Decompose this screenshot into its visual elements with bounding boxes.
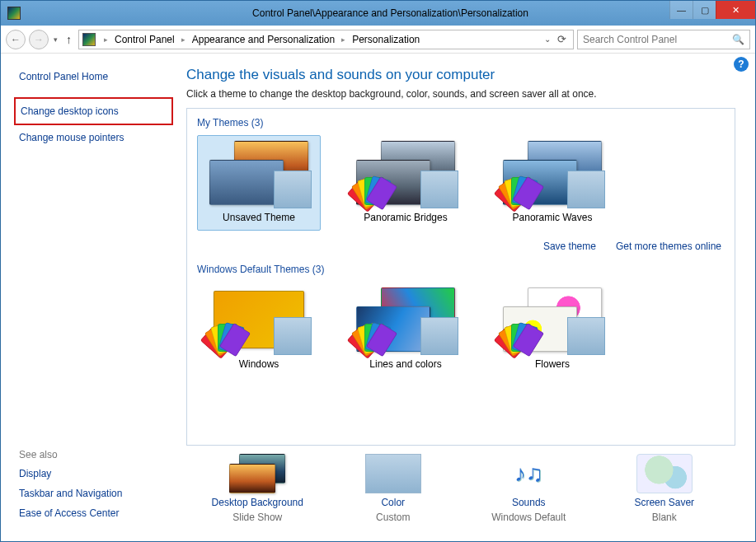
sidebar-change-mouse-pointers[interactable]: Change mouse pointers xyxy=(19,128,168,147)
get-more-themes-link[interactable]: Get more themes online xyxy=(616,241,721,252)
save-theme-link[interactable]: Save theme xyxy=(543,241,596,252)
control-panel-icon xyxy=(82,33,96,46)
crumb-control-panel[interactable]: Control Panel xyxy=(113,34,176,45)
themes-scroll[interactable]: My Themes (3) Unsaved Theme xyxy=(187,109,735,445)
crumb-sep-icon[interactable]: ▸ xyxy=(338,35,349,44)
toolbar: ← → ▾ ↑ ▸ Control Panel ▸ Appearance and… xyxy=(1,26,755,54)
see-also-header: See also xyxy=(19,449,168,464)
color-swatch-icon xyxy=(420,317,458,355)
address-dropdown-icon[interactable]: ⌄ xyxy=(544,35,551,44)
close-button[interactable]: ✕ xyxy=(716,1,755,19)
help-icon[interactable]: ? xyxy=(734,57,749,72)
address-bar[interactable]: ▸ Control Panel ▸ Appearance and Persona… xyxy=(78,30,574,49)
body: Control Panel Home Change desktop icons … xyxy=(1,54,755,541)
sidebar-home-link[interactable]: Control Panel Home xyxy=(19,67,168,86)
titlebar: Control Panel\Appearance and Personaliza… xyxy=(1,1,755,26)
crumb-sep-icon[interactable]: ▸ xyxy=(101,35,111,44)
setting-label: Sounds xyxy=(512,497,546,508)
my-themes-links: Save theme Get more themes online xyxy=(195,237,726,260)
setting-value: Blank xyxy=(652,512,677,523)
window-title: Control Panel\Appearance and Personaliza… xyxy=(26,7,755,19)
setting-label: Color xyxy=(381,497,405,508)
up-button[interactable]: ↑ xyxy=(63,33,75,46)
page-subtitle: Click a theme to change the desktop back… xyxy=(186,88,735,100)
color-icon xyxy=(365,454,421,493)
window-controls: — ▢ ✕ xyxy=(669,1,755,19)
search-placeholder: Search Control Panel xyxy=(583,34,677,45)
minimize-button[interactable]: — xyxy=(669,1,693,19)
sounds-icon: ♪♫ xyxy=(500,454,556,493)
theme-panoramic-bridges[interactable]: Panoramic Bridges xyxy=(344,135,467,231)
refresh-button[interactable]: ⟳ xyxy=(557,33,566,45)
theme-label: Panoramic Bridges xyxy=(364,212,447,223)
crumb-appearance[interactable]: Appearance and Personalization xyxy=(190,34,336,45)
color-fan-icon xyxy=(505,174,538,207)
theme-flowers[interactable]: Flowers xyxy=(491,282,614,377)
forward-button[interactable]: → xyxy=(29,30,49,49)
theme-label: Lines and colors xyxy=(369,358,441,370)
sounds-button[interactable]: ♪♫ Sounds Windows Default xyxy=(467,454,590,523)
setting-label: Desktop Background xyxy=(212,497,303,508)
group-my-themes: Unsaved Theme Panoramic Bridges xyxy=(195,133,726,237)
search-input[interactable]: Search Control Panel 🔍 xyxy=(577,30,750,49)
app-icon xyxy=(7,7,21,20)
color-swatch-icon xyxy=(567,317,605,355)
desktop-background-icon xyxy=(229,454,285,493)
see-also-display[interactable]: Display xyxy=(19,464,168,484)
theme-thumb xyxy=(356,141,455,205)
color-swatch-icon xyxy=(420,171,458,208)
screen-saver-icon xyxy=(636,454,693,493)
settings-row: Desktop Background Slide Show Color Cust… xyxy=(186,446,735,533)
back-button[interactable]: ← xyxy=(6,30,26,49)
group-default-themes-title: Windows Default Themes (3) xyxy=(195,260,726,280)
history-dropdown[interactable]: ▾ xyxy=(54,35,58,44)
theme-thumb xyxy=(503,287,602,352)
content: ? Change the visuals and sounds on your … xyxy=(178,54,755,541)
crumb-personalization[interactable]: Personalization xyxy=(350,34,421,45)
theme-label: Flowers xyxy=(535,358,570,370)
group-default-themes: Windows Lines and colors xyxy=(195,280,726,384)
crumb-sep-icon[interactable]: ▸ xyxy=(178,35,189,44)
theme-thumb xyxy=(209,141,308,205)
color-fan-icon xyxy=(358,174,391,207)
color-swatch-icon xyxy=(567,171,605,208)
maximize-button[interactable]: ▢ xyxy=(693,1,716,19)
color-fan-icon xyxy=(358,320,391,353)
theme-panoramic-waves[interactable]: Panoramic Waves xyxy=(491,135,614,231)
theme-windows[interactable]: Windows xyxy=(197,282,321,377)
color-swatch-icon xyxy=(274,317,312,355)
see-also-ease-of-access[interactable]: Ease of Access Center xyxy=(19,503,168,523)
page-title: Change the visuals and sounds on your co… xyxy=(186,67,735,83)
setting-value: Windows Default xyxy=(491,512,566,523)
theme-label: Unsaved Theme xyxy=(223,212,295,223)
setting-value: Slide Show xyxy=(232,512,282,523)
screen-saver-button[interactable]: Screen Saver Blank xyxy=(603,454,726,523)
desktop-background-button[interactable]: Desktop Background Slide Show xyxy=(195,454,319,523)
group-my-themes-title: My Themes (3) xyxy=(195,114,726,133)
color-fan-icon xyxy=(505,320,538,353)
setting-label: Screen Saver xyxy=(634,497,694,508)
search-icon: 🔍 xyxy=(732,34,744,45)
sidebar-change-desktop-icons[interactable]: Change desktop icons xyxy=(14,97,173,125)
sidebar: Control Panel Home Change desktop icons … xyxy=(1,54,178,541)
theme-thumb xyxy=(503,141,602,205)
see-also: See also Display Taskbar and Navigation … xyxy=(19,449,168,533)
theme-unsaved[interactable]: Unsaved Theme xyxy=(197,135,321,231)
personalization-window: Control Panel\Appearance and Personaliza… xyxy=(0,0,756,542)
theme-label: Panoramic Waves xyxy=(513,212,593,223)
theme-lines-and-colors[interactable]: Lines and colors xyxy=(344,282,467,377)
themes-panel: My Themes (3) Unsaved Theme xyxy=(186,108,735,446)
color-fan-icon xyxy=(211,320,244,353)
theme-thumb xyxy=(356,287,455,352)
color-button[interactable]: Color Custom xyxy=(331,454,455,523)
see-also-taskbar[interactable]: Taskbar and Navigation xyxy=(19,484,168,503)
theme-thumb xyxy=(209,287,308,352)
setting-value: Custom xyxy=(376,512,410,523)
color-swatch-icon xyxy=(274,171,312,208)
theme-label: Windows xyxy=(239,358,279,370)
